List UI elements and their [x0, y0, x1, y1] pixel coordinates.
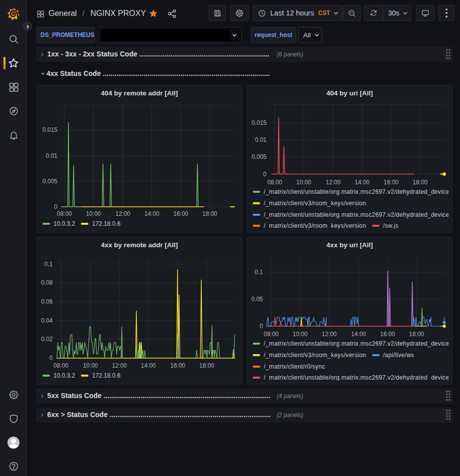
svg-text:0.05: 0.05	[251, 296, 263, 303]
svg-text:0.04: 0.04	[41, 317, 53, 324]
svg-text:10:00: 10:00	[296, 179, 311, 186]
svg-text:08:00: 08:00	[264, 331, 279, 338]
svg-text:14:00: 14:00	[355, 179, 370, 186]
svg-text:12:00: 12:00	[115, 210, 130, 217]
svg-text:0: 0	[263, 171, 267, 178]
svg-text:0.1: 0.1	[255, 269, 263, 276]
svg-text:0: 0	[260, 323, 263, 330]
svg-text:10:00: 10:00	[293, 331, 308, 338]
svg-text:0.1: 0.1	[44, 261, 53, 268]
svg-text:12:00: 12:00	[112, 362, 127, 369]
svg-text:16:00: 16:00	[384, 179, 399, 186]
svg-text:16:00: 16:00	[170, 362, 185, 369]
svg-text:10:00: 10:00	[83, 362, 98, 369]
svg-text:16:00: 16:00	[173, 210, 188, 217]
svg-text:18:00: 18:00	[199, 362, 214, 369]
svg-text:0.06: 0.06	[41, 298, 53, 305]
svg-text:18:00: 18:00	[413, 179, 428, 186]
svg-text:0.005: 0.005	[42, 178, 57, 185]
svg-text:18:00: 18:00	[409, 331, 424, 338]
svg-text:14:00: 14:00	[351, 331, 366, 338]
svg-text:08:00: 08:00	[57, 210, 72, 217]
svg-text:0: 0	[54, 203, 57, 210]
svg-text:0.08: 0.08	[41, 279, 53, 286]
svg-text:0.02: 0.02	[41, 336, 53, 343]
svg-text:14:00: 14:00	[141, 362, 156, 369]
svg-text:14:00: 14:00	[144, 210, 159, 217]
svg-text:08:00: 08:00	[267, 179, 282, 186]
svg-text:16:00: 16:00	[380, 331, 395, 338]
svg-text:0.015: 0.015	[252, 119, 267, 126]
svg-text:18:00: 18:00	[202, 210, 217, 217]
svg-text:0.005: 0.005	[252, 153, 267, 160]
svg-text:0.01: 0.01	[255, 136, 267, 143]
svg-text:12:00: 12:00	[322, 331, 337, 338]
svg-text:0.01: 0.01	[46, 152, 58, 159]
svg-text:08:00: 08:00	[53, 362, 68, 369]
svg-text:0.015: 0.015	[42, 126, 57, 133]
svg-text:10:00: 10:00	[86, 210, 101, 217]
svg-text:12:00: 12:00	[326, 179, 341, 186]
svg-text:0: 0	[49, 355, 53, 362]
